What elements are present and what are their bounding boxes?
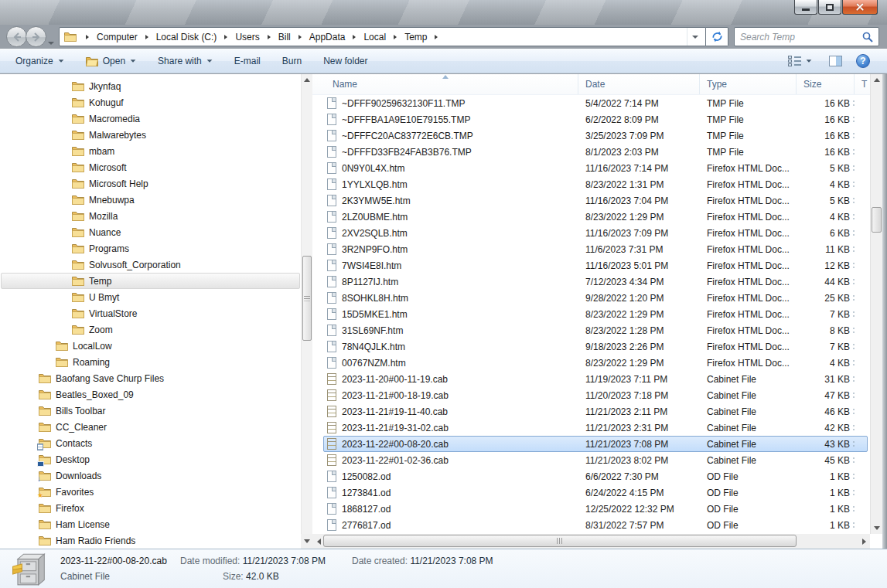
tree-item[interactable]: Microsoft <box>0 159 301 175</box>
tree-item[interactable]: U Bmyt <box>0 289 301 305</box>
tree-item[interactable]: Beatles_Boxed_09 <box>0 386 301 403</box>
tree-item[interactable]: Roaming <box>0 354 301 370</box>
file-row[interactable]: 2LZ0UBME.htm 8/23/2022 1:29 PM Firefox H… <box>312 209 870 225</box>
tree-item[interactable]: Malwarebytes <box>0 127 301 143</box>
new-folder-button[interactable]: New folder <box>316 53 375 70</box>
tree-item[interactable]: Kohuguf <box>0 94 301 110</box>
file-row[interactable]: 2023-11-22#01-02-36.cab 11/21/2023 8:02 … <box>312 452 870 468</box>
file-row[interactable]: 78N4QJLK.htm 9/18/2023 2:26 PM Firefox H… <box>312 338 870 355</box>
tree-item[interactable]: ★ Favorites <box>0 484 301 500</box>
file-row[interactable]: 1250082.od 6/6/2022 7:30 PM OD File 1 KB <box>312 468 870 484</box>
search-input[interactable]: Search Temp <box>734 27 879 46</box>
tree-item[interactable]: Ham Radio Friends <box>0 532 301 549</box>
file-row[interactable]: 31SL69NF.htm 8/23/2022 1:28 PM Firefox H… <box>312 322 870 338</box>
change-view-button[interactable] <box>785 53 815 70</box>
tree-item[interactable]: Nuance <box>0 224 301 240</box>
tree-item[interactable]: Zoom <box>0 321 301 338</box>
breadcrumb-item[interactable]: Users <box>232 30 262 44</box>
tree-item[interactable]: LocalLow <box>0 338 301 354</box>
back-button[interactable] <box>6 26 27 47</box>
file-row[interactable]: 2K3YMW5E.htm 11/16/2023 7:04 PM Firefox … <box>312 192 870 209</box>
file-row[interactable]: 1YYLXLQB.htm 8/23/2022 1:31 PM Firefox H… <box>312 176 870 192</box>
breadcrumb-item[interactable]: Computer <box>94 30 141 44</box>
breadcrumb-item[interactable]: AppData <box>306 30 349 44</box>
breadcrumb-item[interactable]: Temp <box>401 30 430 44</box>
preview-pane-button[interactable] <box>829 56 842 66</box>
file-row[interactable]: 1273841.od 6/24/2022 4:15 PM OD File 1 K… <box>312 484 870 501</box>
column-header-size[interactable]: Size <box>797 74 855 94</box>
burn-button[interactable]: Burn <box>275 53 309 70</box>
file-row[interactable]: 8P1127IJ.htm 7/12/2023 4:34 PM Firefox H… <box>312 274 870 290</box>
breadcrumb-separator-icon[interactable] <box>394 35 397 39</box>
file-row[interactable]: 00767NZM.htm 8/23/2022 1:29 PM Firefox H… <box>312 355 870 371</box>
tree-item[interactable]: Programs <box>0 240 301 257</box>
tree-item[interactable]: ↓ Downloads <box>0 467 301 484</box>
tree-item[interactable]: Baofang Save Churp Files <box>0 370 301 386</box>
file-row[interactable]: ~DFFF90259632130F11.TMP 5/4/2022 7:14 PM… <box>312 95 870 111</box>
refresh-button[interactable] <box>706 27 728 46</box>
file-row[interactable]: 2XV2SQLB.htm 11/16/2023 7:09 PM Firefox … <box>312 225 870 241</box>
tree-item[interactable]: Desktop <box>0 451 301 467</box>
file-row[interactable]: 2023-11-21#19-11-40.cab 11/21/2023 2:11 … <box>312 403 870 420</box>
tree-scrollbar[interactable] <box>301 74 312 549</box>
tree-item[interactable]: Firefox <box>0 500 301 516</box>
breadcrumb-item[interactable]: Local Disk (C:) <box>153 30 220 44</box>
tree-item[interactable]: Contacts <box>0 435 301 451</box>
file-row[interactable]: 1868127.od 12/25/2022 12:32 PM OD File 1… <box>312 501 870 517</box>
help-button[interactable]: ? <box>856 54 870 68</box>
organize-button[interactable]: Organize <box>8 53 72 70</box>
horizontal-scrollbar-thumb[interactable] <box>323 535 797 547</box>
tree-item[interactable]: Mnebuwpa <box>0 192 301 208</box>
tree-item[interactable]: Bills Toolbar <box>0 403 301 419</box>
forward-button[interactable] <box>26 26 46 47</box>
address-bar[interactable]: ComputerLocal Disk (C:)UsersBillAppDataL… <box>59 27 706 46</box>
column-header-date[interactable]: Date <box>578 74 700 94</box>
file-row[interactable]: ~DFFFD33FB24FAB3B76.TMP 8/1/2023 2:03 PM… <box>312 144 870 160</box>
tree-item[interactable]: Microsoft Help <box>0 175 301 192</box>
breadcrumb-separator-icon[interactable] <box>435 35 438 39</box>
file-row[interactable]: 3R2NP9FO.htm 11/6/2023 7:31 PM Firefox H… <box>312 241 870 257</box>
horizontal-scrollbar[interactable] <box>312 534 870 549</box>
tree-item[interactable]: mbam <box>0 143 301 159</box>
file-row[interactable]: ~DFFFBA1A9E10E79155.TMP 6/2/2022 8:09 PM… <box>312 111 870 127</box>
file-row[interactable]: 2023-11-22#00-08-20.cab 11/21/2023 7:08 … <box>312 436 870 452</box>
tree-scroll-up-button[interactable] <box>302 74 312 86</box>
tree-item[interactable]: Mozilla <box>0 208 301 224</box>
tree-item[interactable]: CC_Cleaner <box>0 419 301 435</box>
breadcrumb-separator-icon[interactable] <box>299 35 302 39</box>
file-row[interactable]: 2023-11-20#00-11-19.cab 11/19/2023 7:11 … <box>312 371 870 387</box>
column-header-type[interactable]: Type <box>700 74 797 94</box>
breadcrumb-separator-icon[interactable] <box>353 35 356 39</box>
share-with-button[interactable]: Share with <box>150 53 220 70</box>
file-row[interactable]: 8SOHKL8H.htm 9/28/2022 1:20 PM Firefox H… <box>312 290 870 306</box>
tree-item[interactable]: Ham License <box>0 516 301 532</box>
file-row[interactable]: 2023-11-21#00-18-19.cab 11/20/2023 7:18 … <box>312 387 870 403</box>
file-row[interactable]: ~DFFFC20AC83772E6CB.TMP 3/25/2023 7:09 P… <box>312 127 870 144</box>
file-row[interactable]: 2023-11-21#19-31-02.cab 11/21/2023 2:31 … <box>312 420 870 436</box>
tree-item[interactable]: Jkynfaq <box>0 78 301 94</box>
list-scrollbar-thumb[interactable] <box>872 207 882 233</box>
recent-pages-button[interactable] <box>48 34 54 48</box>
file-row[interactable]: 15D5MKE1.htm 8/23/2022 1:29 PM Firefox H… <box>312 306 870 322</box>
email-button[interactable]: E-mail <box>227 53 268 70</box>
file-row[interactable]: 7WSI4E8I.htm 11/16/2023 5:01 PM Firefox … <box>312 257 870 274</box>
scroll-right-button[interactable] <box>858 534 870 549</box>
minimize-button[interactable] <box>794 0 817 15</box>
column-header-t[interactable]: T <box>855 74 870 94</box>
list-scrollbar[interactable] <box>870 74 882 534</box>
breadcrumb-separator-icon[interactable] <box>268 35 271 39</box>
tree-scrollbar-thumb[interactable] <box>302 256 312 341</box>
maximize-button[interactable] <box>818 0 841 15</box>
breadcrumb-separator-icon[interactable] <box>145 35 148 39</box>
tree-item[interactable]: Macromedia <box>0 110 301 127</box>
address-dropdown-button[interactable] <box>687 28 702 46</box>
tree-item[interactable]: VirtualStore <box>0 305 301 321</box>
tree-item[interactable]: Solvusoft_Corporation <box>0 257 301 273</box>
breadcrumb-separator-icon[interactable] <box>224 35 227 39</box>
tree-item[interactable]: Temp <box>0 273 301 289</box>
breadcrumb-item[interactable]: Bill <box>275 30 294 44</box>
file-row[interactable]: 0N9Y0L4X.htm 11/16/2023 7:14 PM Firefox … <box>312 160 870 176</box>
list-scroll-down-button[interactable] <box>871 522 882 534</box>
open-button[interactable]: Open <box>78 53 144 70</box>
list-scroll-up-button[interactable] <box>871 74 882 86</box>
